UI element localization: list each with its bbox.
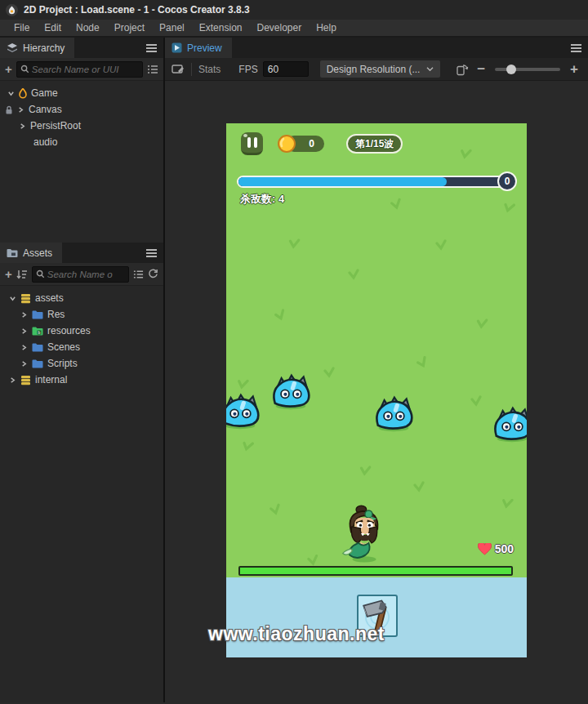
svg-text:b: b xyxy=(38,329,41,334)
preview-content: 0 第1/15波 0 杀敌数: 4 xyxy=(165,81,588,702)
filter-list-icon[interactable] xyxy=(147,65,158,74)
base-healthbar xyxy=(238,566,513,576)
tab-hierarchy[interactable]: Hierarchy xyxy=(0,38,74,58)
hierarchy-node-audio[interactable]: audio xyxy=(0,134,163,150)
menu-project[interactable]: Project xyxy=(107,22,152,33)
chevron-right-icon[interactable] xyxy=(20,327,28,335)
chevron-down-icon[interactable] xyxy=(7,90,15,97)
menu-extension[interactable]: Extension xyxy=(192,22,250,33)
filter-list-icon[interactable] xyxy=(133,270,144,279)
asset-node-res[interactable]: Res xyxy=(0,306,163,323)
stats-toggle[interactable]: Stats xyxy=(198,64,220,75)
database-icon xyxy=(20,375,31,385)
chevron-right-icon[interactable] xyxy=(20,360,28,368)
cocos-creator-window: 2D Project : Load.scene - 1 - Cocos Crea… xyxy=(0,0,588,704)
assets-empty-area xyxy=(0,388,163,702)
menu-help[interactable]: Help xyxy=(309,22,344,33)
hierarchy-node-canvas[interactable]: Canvas xyxy=(0,101,163,118)
menu-edit[interactable]: Edit xyxy=(37,22,69,33)
chevron-down-icon xyxy=(426,66,434,72)
tab-preview[interactable]: Preview xyxy=(165,38,232,58)
zoom-slider[interactable] xyxy=(495,68,560,71)
hierarchy-node-persistroot[interactable]: PersistRoot xyxy=(0,118,163,134)
rotate-device-icon[interactable] xyxy=(455,63,469,76)
node-label: PersistRoot xyxy=(30,120,81,131)
flame-icon xyxy=(19,88,27,99)
game-canvas[interactable]: 0 第1/15波 0 杀敌数: 4 xyxy=(226,123,527,657)
asset-node-internal[interactable]: internal xyxy=(0,372,163,388)
menu-node[interactable]: Node xyxy=(69,22,107,33)
folder-icon xyxy=(32,343,43,352)
debug-view-icon[interactable] xyxy=(172,64,185,75)
menu-panel[interactable]: Panel xyxy=(152,22,192,33)
hierarchy-node-game[interactable]: Game xyxy=(0,85,163,101)
assets-search-input[interactable] xyxy=(47,270,125,279)
design-resolution-dropdown[interactable]: Design Resolution (... xyxy=(320,60,441,78)
zoom-out-button[interactable]: − xyxy=(477,62,485,76)
create-asset-icon[interactable]: + xyxy=(5,268,12,280)
search-icon xyxy=(20,65,29,74)
node-label: Game xyxy=(31,87,58,99)
folder-bundle-icon: b xyxy=(32,327,43,336)
coin-icon xyxy=(277,134,296,154)
database-icon xyxy=(20,293,31,304)
heart-icon xyxy=(478,543,492,555)
hierarchy-tab-label: Hierarchy xyxy=(23,42,65,54)
create-node-icon[interactable]: + xyxy=(5,63,12,75)
assets-menu-icon[interactable] xyxy=(146,249,157,257)
chevron-down-icon[interactable] xyxy=(9,295,16,302)
node-label: audio xyxy=(33,136,57,148)
coin-counter: 0 xyxy=(286,136,324,152)
hp-display: 500 xyxy=(478,542,514,555)
hierarchy-menu-icon[interactable] xyxy=(146,44,157,52)
asset-node-resources[interactable]: b resources xyxy=(0,323,163,339)
assets-tab-label: Assets xyxy=(23,247,52,259)
assets-panel-header: Assets xyxy=(0,243,163,263)
toolbar-divider xyxy=(191,63,192,76)
wave-indicator: 第1/15波 xyxy=(346,134,403,154)
lock-icon xyxy=(5,105,13,114)
asset-node-scenes[interactable]: Scenes xyxy=(0,339,163,355)
folder-icon xyxy=(7,248,18,258)
chevron-right-icon[interactable] xyxy=(19,123,26,130)
design-resolution-value: Design Resolution (... xyxy=(327,64,421,75)
axe-icon xyxy=(359,597,395,635)
menu-developer[interactable]: Developer xyxy=(249,22,309,33)
axe-item-slot[interactable] xyxy=(357,595,398,637)
asset-node-assets[interactable]: assets xyxy=(0,290,163,306)
slime-enemy xyxy=(489,403,527,443)
folder-icon xyxy=(32,359,43,368)
sort-icon[interactable] xyxy=(16,270,28,279)
fps-label: FPS xyxy=(238,64,257,75)
preview-menu-icon[interactable] xyxy=(571,44,581,52)
chevron-right-icon[interactable] xyxy=(20,344,28,351)
window-title: 2D Project : Load.scene - 1 - Cocos Crea… xyxy=(24,4,250,16)
menu-file[interactable]: File xyxy=(7,22,37,33)
zoom-slider-thumb[interactable] xyxy=(506,65,516,74)
wave-label: 第1/15波 xyxy=(355,137,394,151)
assets-tree: assets Res b resources Scenes xyxy=(0,286,163,388)
pause-button[interactable] xyxy=(241,132,263,155)
coin-count-value: 0 xyxy=(309,138,314,149)
preview-panel: Preview Stats FPS Design Resolution (...… xyxy=(165,38,588,702)
wave-progress-fill xyxy=(238,177,447,186)
hierarchy-searchbox xyxy=(16,61,143,78)
hierarchy-panel-header: Hierarchy xyxy=(0,38,163,58)
node-label: assets xyxy=(35,292,64,304)
slime-enemy xyxy=(226,390,263,430)
menubar: File Edit Node Project Panel Extension D… xyxy=(0,20,588,38)
chevron-right-icon[interactable] xyxy=(17,106,24,114)
asset-node-scripts[interactable]: Scripts xyxy=(0,355,163,372)
tab-assets[interactable]: Assets xyxy=(0,243,62,263)
chevron-right-icon[interactable] xyxy=(20,311,28,319)
hierarchy-tree: Game Canvas PersistRoot audio xyxy=(0,81,163,243)
zoom-in-button[interactable]: + xyxy=(570,62,578,76)
chevron-right-icon[interactable] xyxy=(9,377,16,384)
search-icon xyxy=(36,270,45,278)
fps-input[interactable] xyxy=(263,61,309,77)
kill-count-label: 杀敌数: 4 xyxy=(240,192,284,207)
refresh-icon[interactable] xyxy=(148,269,158,279)
hierarchy-search-input[interactable] xyxy=(32,65,139,74)
titlebar: 2D Project : Load.scene - 1 - Cocos Crea… xyxy=(0,0,588,20)
node-label: resources xyxy=(47,325,91,336)
